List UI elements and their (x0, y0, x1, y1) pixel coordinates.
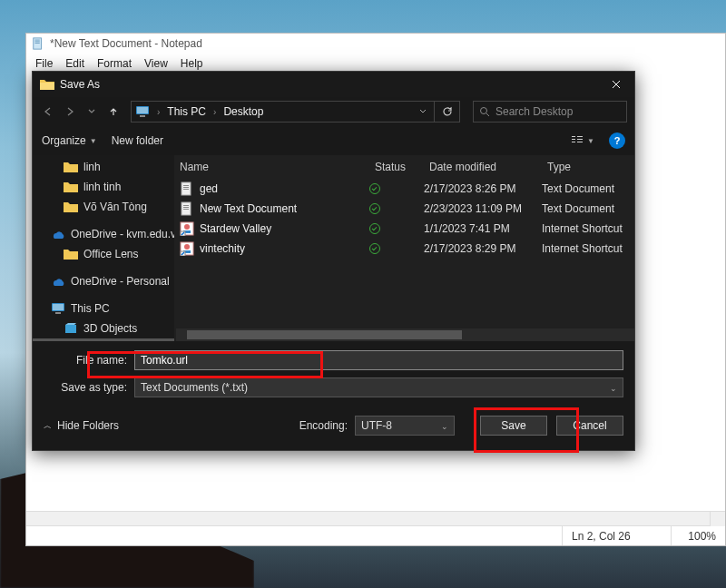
svg-rect-27 (183, 209, 189, 210)
svg-rect-15 (53, 304, 64, 310)
cancel-button[interactable]: Cancel (556, 416, 623, 436)
svg-rect-3 (35, 43, 40, 44)
menu-help[interactable]: Help (175, 55, 209, 72)
chevron-right-icon: › (211, 107, 218, 117)
menu-edit[interactable]: Edit (60, 55, 90, 72)
file-rows[interactable]: ged2/17/2023 8:26 PMText DocumentNew Tex… (174, 179, 634, 327)
view-options-button[interactable]: ▼ (571, 134, 594, 147)
svg-rect-26 (183, 207, 189, 208)
status-synced-icon (369, 183, 380, 194)
sidebar-item[interactable]: 3D Objects (33, 318, 174, 338)
folder-icon (40, 78, 54, 91)
chevron-down-icon (87, 107, 96, 116)
arrow-right-icon (65, 107, 74, 116)
arrow-left-icon (44, 107, 53, 116)
notepad-icon (32, 37, 44, 50)
svg-rect-23 (183, 189, 189, 190)
file-row[interactable]: Stardew Valley1/1/2023 7:41 PMInternet S… (174, 219, 634, 239)
dialog-toolbar: Organize▼ New folder ▼ ? (33, 126, 634, 155)
breadcrumb-desktop[interactable]: Desktop (218, 105, 269, 118)
savetype-select[interactable]: Text Documents (*.txt)⌄ (134, 377, 623, 397)
filename-input[interactable] (134, 350, 623, 370)
sidebar-item[interactable]: Võ Văn Tòng (33, 197, 174, 217)
nav-recent-button[interactable] (83, 103, 100, 120)
save-as-dialog: Save As › This PC › Desktop Search Deskt… (32, 71, 635, 451)
close-button[interactable] (598, 72, 634, 97)
search-placeholder: Search Desktop (495, 105, 573, 118)
sidebar-item[interactable]: OneDrive - kvm.edu.vn (33, 224, 174, 244)
nav-up-button[interactable] (105, 103, 122, 120)
status-synced-icon (369, 243, 380, 254)
hide-folders-toggle[interactable]: ︿Hide Folders (44, 419, 119, 432)
search-input[interactable]: Search Desktop (473, 101, 627, 122)
col-status[interactable]: Status (375, 161, 429, 173)
address-bar[interactable]: › This PC › Desktop (131, 101, 460, 122)
arrow-up-icon (109, 107, 118, 116)
file-row[interactable]: vintechity2/17/2023 8:29 PMInternet Shor… (174, 239, 634, 259)
col-type[interactable]: Type (547, 161, 634, 173)
svg-rect-11 (577, 136, 583, 137)
breadcrumb-thispc[interactable]: This PC (162, 105, 211, 118)
sidebar-item[interactable]: OneDrive - Personal (33, 271, 174, 291)
sidebar-item[interactable]: Office Lens (33, 244, 174, 264)
svg-point-29 (184, 224, 190, 230)
svg-rect-22 (183, 187, 189, 188)
menu-view[interactable]: View (139, 55, 173, 72)
notepad-statusbar: Ln 2, Col 26 100% (26, 525, 725, 545)
refresh-button[interactable] (434, 101, 459, 122)
nav-forward-button[interactable] (62, 103, 78, 120)
sidebar-item[interactable]: Desktop (33, 338, 174, 341)
savetype-label: Save as type: (44, 381, 134, 394)
column-headers[interactable]: Name Status Date modified Type (174, 155, 634, 179)
encoding-label: Encoding: (299, 419, 348, 432)
svg-rect-10 (572, 142, 575, 142)
dialog-footer: ︿Hide Folders Encoding: UTF-8⌄ Save Canc… (33, 407, 634, 450)
thispc-icon (135, 105, 150, 118)
menu-file[interactable]: File (30, 55, 58, 72)
dialog-title: Save As (60, 78, 100, 91)
sidebar-item[interactable]: linh tinh (33, 177, 174, 197)
col-date[interactable]: Date modified (429, 161, 547, 173)
filepane-horizontal-scrollbar[interactable] (176, 328, 634, 341)
svg-rect-9 (572, 139, 575, 140)
sidebar-item[interactable]: linh (33, 157, 174, 177)
address-dropdown[interactable] (412, 101, 434, 122)
notepad-title: *New Text Document - Notepad (50, 37, 202, 50)
file-row[interactable]: New Text Document2/23/2023 11:09 PMText … (174, 199, 634, 219)
file-list-pane: Name Status Date modified Type ged2/17/2… (174, 155, 634, 341)
svg-rect-12 (577, 139, 583, 140)
notepad-titlebar[interactable]: *New Text Document - Notepad (26, 34, 725, 54)
save-button[interactable]: Save (480, 416, 547, 436)
svg-rect-5 (137, 107, 148, 113)
svg-rect-21 (183, 185, 189, 186)
menu-format[interactable]: Format (92, 55, 137, 72)
dialog-navbar: › This PC › Desktop Search Desktop (33, 97, 634, 126)
svg-point-7 (481, 108, 487, 114)
refresh-icon (442, 106, 453, 117)
col-name[interactable]: Name (180, 161, 375, 173)
help-button[interactable]: ? (609, 132, 625, 149)
svg-rect-13 (577, 142, 583, 142)
organize-button[interactable]: Organize▼ (42, 134, 97, 147)
svg-rect-16 (55, 312, 61, 314)
status-zoom: 100% (671, 526, 725, 545)
svg-rect-17 (65, 325, 76, 333)
new-folder-button[interactable]: New folder (112, 134, 163, 147)
dialog-titlebar[interactable]: Save As (33, 72, 634, 97)
chevron-down-icon (418, 107, 427, 116)
nav-back-button[interactable] (40, 103, 56, 120)
notepad-horizontal-scrollbar[interactable] (26, 511, 725, 525)
search-icon (479, 106, 490, 117)
view-icon (571, 134, 584, 147)
sidebar-item[interactable]: This PC (33, 299, 174, 318)
status-position: Ln 2, Col 26 (562, 526, 671, 545)
svg-rect-6 (140, 115, 145, 117)
svg-point-33 (184, 244, 190, 250)
sidebar-tree[interactable]: linhlinh tinhVõ Văn TòngOneDrive - kvm.e… (33, 155, 174, 341)
file-row[interactable]: ged2/17/2023 8:26 PMText Document (174, 179, 634, 199)
svg-rect-25 (183, 205, 189, 206)
encoding-select[interactable]: UTF-8⌄ (355, 416, 455, 436)
status-synced-icon (369, 223, 380, 234)
chevron-right-icon: › (155, 107, 162, 117)
svg-rect-8 (572, 136, 575, 137)
